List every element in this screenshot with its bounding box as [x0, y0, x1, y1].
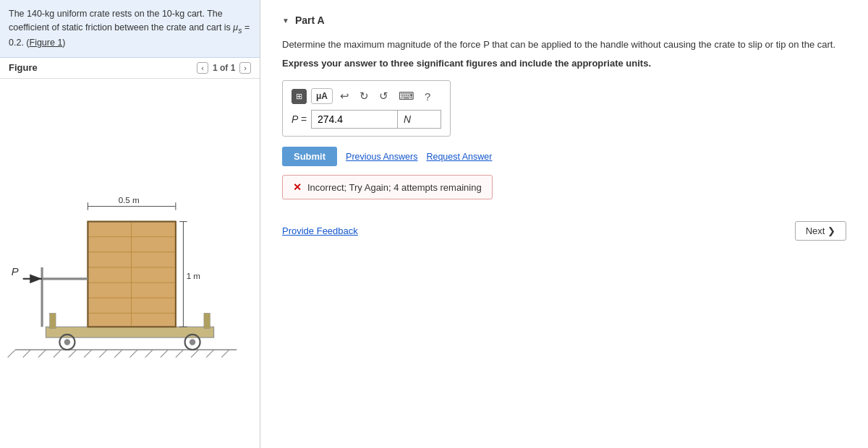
figure-nav: ‹ 1 of 1 ›	[197, 62, 251, 74]
instruction-text: Express your answer to three significant…	[282, 56, 846, 71]
redo-btn[interactable]: ↻	[357, 88, 372, 104]
svg-line-5	[69, 350, 77, 358]
svg-line-1	[8, 350, 16, 358]
svg-text:0.5 m: 0.5 m	[119, 195, 140, 204]
svg-point-22	[190, 339, 195, 345]
undo-icon: ↩	[340, 90, 349, 102]
svg-line-14	[206, 350, 214, 358]
submit-btn[interactable]: Submit	[282, 147, 337, 166]
svg-line-8	[114, 350, 122, 358]
svg-line-6	[84, 350, 92, 358]
answer-units: N	[398, 110, 441, 129]
part-header: ▼ Part A	[282, 14, 846, 26]
svg-rect-17	[50, 313, 56, 328]
svg-text:1 m: 1 m	[187, 270, 200, 280]
answer-row: P = N	[292, 110, 441, 129]
right-panel: ▼ Part A Determine the maximum magnitude…	[260, 0, 868, 448]
answer-label: P =	[292, 113, 307, 125]
figure-canvas: P 0.5 m 1 m	[0, 79, 260, 448]
feedback-text: Incorrect; Try Again; 4 attempts remaini…	[307, 182, 482, 193]
svg-rect-18	[204, 313, 210, 328]
svg-line-4	[54, 350, 61, 358]
part-arrow-icon: ▼	[282, 17, 289, 25]
help-icon: ?	[425, 90, 430, 103]
figure-header: Figure ‹ 1 of 1 ›	[0, 58, 260, 79]
svg-line-13	[191, 350, 199, 358]
svg-line-2	[23, 350, 31, 358]
figure-area: Figure ‹ 1 of 1 ›	[0, 58, 260, 448]
answer-input[interactable]	[311, 110, 398, 129]
previous-answers-btn[interactable]: Previous Answers	[346, 152, 417, 162]
figure-svg: P 0.5 m 1 m	[0, 79, 260, 448]
question-text: Determine the maximum magnitude of the f…	[282, 38, 846, 52]
figure-nav-text: 1 of 1	[213, 63, 235, 73]
keyboard-btn[interactable]: ⌨	[396, 88, 417, 104]
svg-line-10	[145, 350, 153, 358]
feedback-box: ✕ Incorrect; Try Again; 4 attempts remai…	[282, 175, 493, 199]
keyboard-icon: ⌨	[399, 90, 414, 102]
left-panel: The 140-kg uniform crate rests on the 10…	[0, 0, 260, 448]
greek-btn[interactable]: μA	[311, 88, 333, 104]
prev-figure-btn[interactable]: ‹	[197, 62, 208, 74]
bottom-row: Provide Feedback Next ❯	[282, 221, 846, 241]
svg-line-12	[176, 350, 184, 358]
next-figure-btn[interactable]: ›	[239, 62, 251, 74]
problem-statement: The 140-kg uniform crate rests on the 10…	[0, 0, 260, 58]
svg-text:P: P	[12, 265, 19, 277]
greek-label: μA	[316, 91, 328, 101]
incorrect-icon: ✕	[293, 181, 302, 193]
part-label: Part A	[295, 14, 325, 26]
svg-line-11	[161, 350, 169, 358]
figure-label: Figure	[9, 62, 38, 73]
toolbar-row: ⊞ μA ↩ ↻ ↺ ⌨ ?	[292, 88, 441, 104]
provide-feedback-btn[interactable]: Provide Feedback	[282, 225, 358, 236]
next-btn[interactable]: Next ❯	[795, 221, 846, 241]
problem-text: The 140-kg uniform crate rests on the 10…	[9, 9, 250, 48]
svg-rect-23	[88, 221, 175, 327]
request-answer-btn[interactable]: Request Answer	[426, 152, 492, 162]
svg-point-20	[64, 339, 70, 345]
help-btn[interactable]: ?	[422, 89, 433, 104]
undo-btn[interactable]: ↩	[337, 88, 352, 104]
matrix-btn[interactable]: ⊞	[292, 89, 307, 104]
redo-icon: ↻	[359, 90, 369, 102]
refresh-btn[interactable]: ↺	[376, 88, 391, 104]
refresh-icon: ↺	[379, 90, 388, 102]
answer-box: ⊞ μA ↩ ↻ ↺ ⌨ ? P = N	[282, 80, 451, 137]
svg-line-7	[99, 350, 107, 358]
matrix-icon: ⊞	[296, 92, 302, 101]
svg-line-9	[130, 350, 138, 358]
action-row: Submit Previous Answers Request Answer	[282, 147, 846, 166]
figure-link[interactable]: Figure 1	[30, 38, 63, 48]
svg-line-3	[38, 350, 46, 358]
svg-line-15	[221, 350, 229, 358]
